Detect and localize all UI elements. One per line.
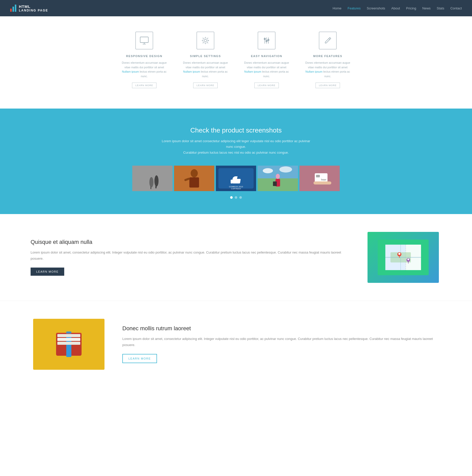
nav-news[interactable]: News	[422, 6, 431, 10]
nav-contact[interactable]: Contact	[450, 6, 462, 10]
navbar: HTML LANDING PAGE Home Features Screensh…	[0, 0, 472, 16]
svg-point-19	[191, 169, 198, 177]
features-grid: RESPONSIVE DESIGN Donec elementum accums…	[121, 32, 351, 88]
content-section-1: Quisque et aliquam nulla Lorem ipsum dol…	[0, 214, 472, 301]
feature-more-text: Donec elementum accumsan augue vitae mat…	[305, 61, 351, 78]
content-text-1: Quisque et aliquam nulla Lorem ipsum dol…	[31, 239, 350, 276]
section2-title: Donec mollis rutrum laoreet	[122, 325, 441, 332]
nav-about[interactable]: About	[391, 6, 400, 10]
logo-icon	[10, 5, 16, 12]
svg-point-48	[398, 253, 400, 255]
svg-rect-16	[155, 186, 156, 188]
feature-responsive: RESPONSIVE DESIGN Donec elementum accums…	[121, 32, 167, 88]
section2-desc: Lorem ipsum dolor sit amet, consectetur …	[122, 336, 441, 348]
monitor-icon	[135, 32, 153, 49]
brand-text: HTML LANDING PAGE	[19, 4, 48, 12]
dot-1[interactable]	[230, 196, 233, 199]
content-image-1	[365, 232, 441, 283]
nav-pricing[interactable]: Pricing	[406, 6, 416, 10]
gallery-thumb-5[interactable]: lorpo	[299, 166, 340, 191]
svg-rect-56	[57, 334, 80, 337]
svg-point-51	[408, 258, 409, 260]
sliders-icon	[258, 32, 276, 49]
svg-text:lorpo: lorpo	[321, 178, 326, 181]
feature-responsive-text: Donec elementum accumsan augue vitae mat…	[121, 61, 167, 78]
svg-text:CURTINDO!: CURTINDO!	[231, 188, 241, 190]
dot-2[interactable]	[235, 196, 237, 199]
section1-title: Quisque et aliquam nulla	[31, 239, 350, 245]
gear-icon	[196, 32, 214, 49]
feature-settings-btn[interactable]: LEARN MORE	[193, 83, 218, 88]
svg-point-14	[154, 175, 159, 187]
svg-rect-24	[231, 180, 233, 183]
svg-rect-39	[313, 181, 331, 184]
feature-navigation-text: Donec elementum accumsan augue vitae mat…	[244, 61, 290, 78]
svg-rect-33	[273, 181, 277, 186]
feature-settings: SIMPLE SETTINGS Donec elementum accumsan…	[182, 32, 228, 88]
feature-navigation-btn[interactable]: LEARN MORE	[254, 83, 279, 88]
feature-settings-title: SIMPLE SETTINGS	[182, 55, 228, 58]
content-text-2: Donec mollis rutrum laoreet Lorem ipsum …	[122, 325, 441, 363]
screenshots-gallery: COMECE 2013 CURTINDO!	[10, 166, 462, 191]
content-image-2	[31, 319, 107, 370]
svg-rect-15	[150, 187, 151, 189]
carousel-dots	[10, 196, 462, 199]
feature-navigation: EASY NAVIGATION Donec elementum accumsan…	[244, 32, 290, 88]
feature-responsive-btn[interactable]: LEARN MORE	[132, 83, 156, 88]
svg-text:COMECE 2013: COMECE 2013	[229, 186, 243, 188]
gallery-thumb-2[interactable]	[174, 166, 214, 191]
screenshots-title: Check the product screenshots	[10, 126, 462, 134]
section1-desc: Lorem ipsum dolor sit amet, consectetur …	[31, 249, 350, 261]
feature-more: MORE FEATURES Donec elementum accumsan a…	[305, 32, 351, 88]
screenshots-section: Check the product screenshots Lorem ipsu…	[0, 109, 472, 214]
nav-screenshots[interactable]: Screenshots	[367, 6, 385, 10]
svg-point-8	[264, 38, 266, 40]
gallery-thumb-4[interactable]	[258, 166, 298, 191]
svg-point-30	[279, 166, 292, 173]
feature-more-title: MORE FEATURES	[305, 55, 351, 58]
nav-links: Home Features Screenshots About Pricing …	[333, 6, 462, 10]
svg-point-3	[204, 39, 207, 42]
svg-rect-0	[140, 37, 148, 43]
dot-3[interactable]	[239, 196, 242, 199]
svg-rect-20	[189, 177, 199, 188]
svg-rect-59	[56, 333, 82, 334]
brand: HTML LANDING PAGE	[10, 4, 48, 12]
svg-line-11	[329, 38, 330, 39]
svg-rect-37	[316, 175, 320, 177]
pencil-icon	[319, 32, 337, 49]
gallery-thumb-3[interactable]: COMECE 2013 CURTINDO!	[216, 166, 256, 191]
feature-responsive-title: RESPONSIVE DESIGN	[121, 55, 167, 58]
brand-html: HTML	[19, 4, 48, 9]
svg-rect-58	[57, 342, 80, 345]
wallet-image	[33, 319, 104, 370]
svg-point-29	[263, 168, 273, 173]
feature-more-btn[interactable]: LEARN MORE	[316, 83, 340, 88]
svg-rect-57	[57, 338, 80, 341]
nav-features[interactable]: Features	[348, 6, 361, 10]
section2-btn[interactable]: LEARN MORE	[122, 354, 157, 363]
nav-stats[interactable]: Stats	[437, 6, 444, 10]
feature-navigation-title: EASY NAVIGATION	[244, 55, 290, 58]
screenshots-desc: Lorem ipsum dolor sit amet consectetur a…	[160, 138, 312, 155]
brand-sub: LANDING PAGE	[19, 9, 48, 12]
nav-home[interactable]: Home	[333, 6, 342, 10]
gallery-thumb-1[interactable]	[132, 166, 173, 191]
features-section: RESPONSIVE DESIGN Donec elementum accums…	[0, 16, 472, 109]
map-image	[368, 232, 439, 283]
svg-point-10	[268, 39, 269, 41]
svg-point-9	[266, 40, 267, 42]
svg-point-31	[276, 174, 280, 179]
svg-point-13	[149, 177, 153, 187]
section1-btn[interactable]: LEARN MORE	[31, 268, 64, 276]
content-section-2: Donec mollis rutrum laoreet Lorem ipsum …	[0, 301, 472, 388]
feature-settings-text: Donec elementum accumsan augue vitae mat…	[182, 61, 228, 78]
svg-point-4	[203, 38, 208, 43]
